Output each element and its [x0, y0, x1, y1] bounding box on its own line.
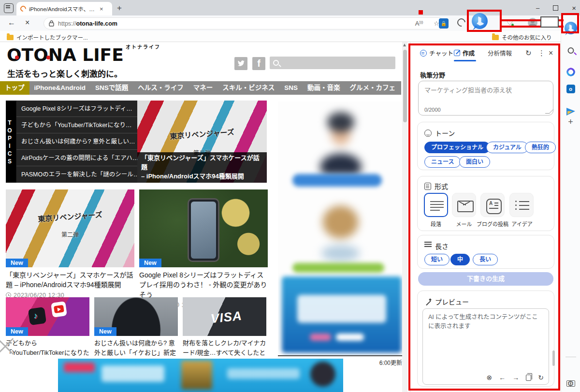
settings-gear-icon[interactable]: ⚙ [567, 379, 574, 388]
small-article-card[interactable]: New 子どもから「YouTuber/TikTokerになりた [6, 297, 89, 357]
length-medium[interactable]: 中 [450, 254, 470, 265]
small-article-card[interactable]: VISA 財布を落としクレカ/マイナカード/現金…すべて失くしたと [183, 297, 266, 357]
featured-image-text: 東京リベンジャーズ [170, 126, 235, 141]
site-search-bar[interactable] [270, 57, 395, 69]
nav-item-money[interactable]: マネー [188, 81, 218, 95]
refresh-icon[interactable]: ↻ [525, 49, 532, 58]
format-paragraph-tile[interactable] [424, 193, 448, 217]
bing-compose-panel: チャット 作成 分析情報 ↻ ⋮ × 執筆分野 マーケティング担当者の添え状 0… [410, 42, 561, 392]
article-card[interactable]: 東京リベンジャーズ 第二弾 New 「東京リベンジャーズ」スマホケースが話題 –… [6, 189, 134, 299]
bookmark-other-favorites[interactable]: その他のお気に入り [492, 33, 552, 41]
tab-actions-icon[interactable] [4, 3, 14, 13]
tab-compose[interactable]: 作成 [454, 48, 475, 58]
format-email-tile[interactable] [452, 193, 476, 217]
preview-label: プレビュー [435, 297, 469, 306]
password-shield-icon[interactable]: 🔒 [439, 18, 449, 29]
maximize-button[interactable] [553, 5, 558, 11]
banner-dark-circle [310, 362, 335, 387]
tab-insights[interactable]: 分析情報 [488, 48, 512, 58]
article-title[interactable]: 「東京リベンジャーズ」スマホケースが話題 – iPhone/Androidスマホ… [6, 270, 134, 290]
topics-item[interactable]: Google Pixel 8シリーズはフラットディ… [16, 101, 137, 117]
topics-item[interactable]: PASMOのエラーを解決した「謎のシール… [16, 166, 137, 183]
scroll-up-arrow[interactable] [403, 44, 406, 46]
nav-item-iphone-android[interactable]: iPhone&Android [29, 81, 91, 95]
tab-title: iPhone/Androidスマホ、SNS、IT//… [29, 5, 97, 13]
dismiss-icon[interactable]: ⊗ [487, 374, 493, 381]
sidebar-ad[interactable] [278, 102, 405, 356]
format-blog-label: ブログの投稿 [475, 220, 510, 228]
panel-scrollbar-thumb[interactable] [552, 350, 555, 366]
article-thumbnail: New [139, 189, 268, 267]
browser-tab[interactable]: iPhone/Androidスマホ、SNS、IT//… × [16, 2, 112, 15]
edge-sidebar-rail: o + ⚙ [561, 15, 580, 392]
page-scrollbar[interactable] [402, 42, 407, 392]
close-window-button[interactable]: × [572, 4, 576, 12]
stop-icon[interactable]: × [25, 18, 29, 27]
format-blog-tile[interactable] [480, 193, 505, 217]
tab-close-icon[interactable]: × [100, 5, 103, 13]
format-ideas-tile[interactable] [509, 193, 534, 217]
nav-item-sns-topics[interactable]: SNSで話題 [90, 81, 133, 95]
article-title[interactable]: 財布を落としクレカ/マイナカード/現金…すべて失くしたと [183, 338, 266, 357]
nav-item-video-music[interactable]: 動画・音楽 [303, 81, 345, 95]
article-thumbnail: VISA [183, 297, 266, 336]
tone-professional[interactable]: プロフェッショナル [424, 142, 490, 153]
add-sidebar-item-icon[interactable]: + [568, 117, 573, 127]
more-options-icon[interactable]: ⋮ [538, 49, 545, 58]
preview-section: プレビュー AI によって生成されたコンテンツがここに表示されます ⊗ ← → … [417, 290, 554, 387]
nav-item-sns[interactable]: SNS [279, 81, 303, 95]
nav-item-skill-business[interactable]: スキル・ビジネス [218, 81, 279, 95]
scrollbar-thumb[interactable] [403, 50, 407, 122]
topic-textarea[interactable]: マーケティング担当者の添え状 0/2000 [418, 81, 553, 116]
blurred-portrait-woman [303, 189, 378, 262]
nav-item-top[interactable]: トップ [0, 81, 29, 95]
site-logo[interactable]: OTONA LIFE [7, 45, 124, 65]
topic-label: 執筆分野 [420, 70, 445, 79]
nav-item-gourmet-cafe[interactable]: グルメ・カフェ [345, 81, 401, 95]
blurred-text-band [292, 174, 382, 187]
address-bar[interactable]: https:// otona-life.com A))) ☆ [44, 17, 445, 29]
tone-news[interactable]: ニュース [424, 156, 461, 168]
microsoft365-icon[interactable] [566, 68, 575, 76]
read-aloud-icon[interactable]: A))) [415, 20, 423, 27]
tone-enthusiastic[interactable]: 熱狂的 [525, 142, 556, 153]
bookmark-imported[interactable]: インポートしたブックマー... [7, 33, 88, 41]
annotation-red-dot [419, 10, 423, 15]
length-short[interactable]: 短い [424, 254, 450, 265]
minimize-button[interactable]: – [536, 4, 539, 12]
overlay-close-icon[interactable] [0, 336, 15, 357]
tone-funny[interactable]: 面白い [459, 156, 490, 168]
article-card[interactable]: New Google Pixel 8シリーズはフラットディスプレイ採用のうわさ！… [139, 189, 268, 308]
topics-item[interactable]: おじさん扱いは何歳から? 意外と厳しい… [16, 133, 137, 150]
twitter-icon[interactable] [234, 57, 247, 70]
bottom-banner-ad[interactable] [58, 359, 343, 392]
next-icon[interactable]: → [512, 374, 519, 381]
article-title[interactable]: 子どもから「YouTuber/TikTokerになりた [6, 338, 89, 357]
close-panel-icon[interactable]: × [549, 49, 553, 58]
length-long[interactable]: 長い [473, 254, 498, 265]
resize-handle[interactable] [545, 109, 554, 114]
banner-red-chip [64, 363, 95, 372]
featured-article-image[interactable]: 東京リベンジャーズ 第二弾 「東京リベンジャーズ」スマホケースが話題 – iPh… [137, 101, 267, 183]
outlook-icon[interactable]: o [566, 85, 575, 93]
generate-draft-button[interactable]: 下書きの生成 [418, 272, 553, 286]
search-sidebar-icon[interactable] [567, 47, 574, 54]
tiktok-icon [28, 307, 46, 325]
copy-icon[interactable] [526, 375, 531, 381]
topics-item[interactable]: AirPodsケースの蓋の開閉による「エアハ… [16, 150, 137, 166]
regenerate-icon[interactable]: ↻ [538, 374, 544, 381]
back-icon[interactable]: ← [8, 18, 15, 27]
topics-item[interactable]: 子どもから「YouTuber/TikTokerになり… [16, 117, 137, 133]
tab-chat[interactable]: チャット [420, 48, 453, 58]
article-title[interactable]: Google Pixel 8シリーズはフラットディスプレイ採用のうわさ！ - 外… [139, 270, 268, 300]
featured-caption: 「東京リベンジャーズ」スマホケースが話題 – iPhone/Androidスマホ… [137, 152, 267, 183]
tone-casual[interactable]: カジュアル [486, 142, 528, 153]
previous-icon[interactable]: ← [499, 374, 506, 381]
facebook-icon[interactable]: f [252, 57, 265, 70]
bing-chat-toolbar-icon[interactable] [472, 13, 488, 29]
small-article-card[interactable]: New おじさん扱いは何歳から? 意外と厳しい「イケおじ」新定義と [94, 297, 178, 367]
nav-item-health-life[interactable]: ヘルス・ライフ [133, 81, 188, 95]
bing-sidebar-icon[interactable] [565, 22, 577, 34]
new-tab-button[interactable]: + [117, 4, 122, 13]
drop-paper-plane-icon[interactable] [566, 108, 575, 116]
